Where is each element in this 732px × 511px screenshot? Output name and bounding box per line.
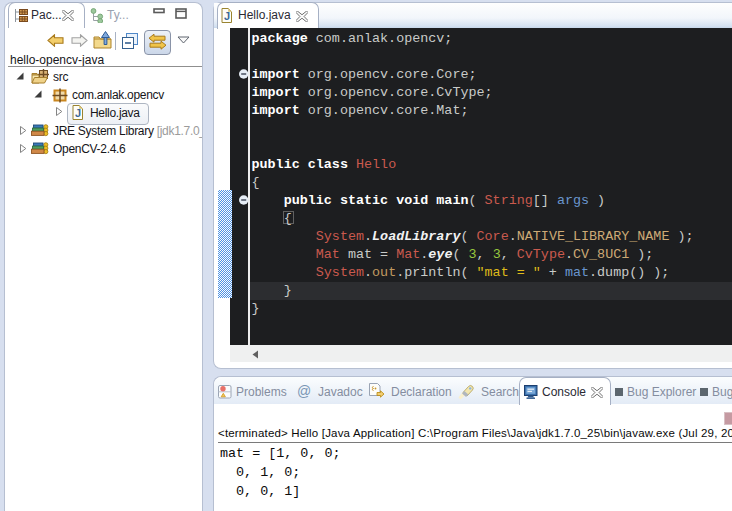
svg-text:J: J bbox=[75, 107, 81, 119]
svg-text:J: J bbox=[224, 10, 230, 22]
